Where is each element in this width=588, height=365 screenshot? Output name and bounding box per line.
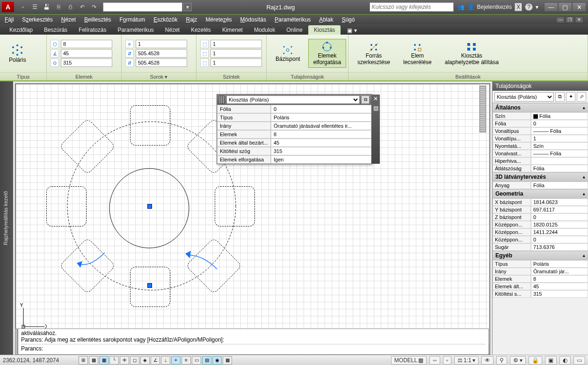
prop-value[interactable]: 713.6376 [531,243,588,251]
prop-value[interactable]: Óramutató jár... [531,268,588,275]
infocenter-icon[interactable]: 👥 [457,4,465,10]
levels-b-input[interactable] [211,58,262,67]
qprops-close-icon[interactable]: ✕ [373,95,378,102]
tab-output[interactable]: Kimenet [217,25,248,35]
quickview-drawings-icon[interactable]: ▫ [443,356,451,365]
prop-value[interactable]: 0 [531,120,588,127]
drag-handle-icon[interactable] [219,95,225,104]
ortho-toggle[interactable]: └ [109,356,119,365]
tab-home[interactable]: Kezdőlap [4,25,38,35]
tab-insert[interactable]: Beszúrás [38,25,73,35]
levels-a-input[interactable] [211,49,262,58]
prop-value[interactable]: Fólia [531,112,588,120]
rows-d2-input[interactable] [136,58,187,67]
qat-saveas-icon[interactable]: ⎘ [53,2,64,12]
collapse-icon[interactable]: ▴ [583,105,585,110]
user-icon[interactable]: 👤 [467,4,474,10]
array-type-button[interactable]: Poláris [4,41,31,66]
exchange-icon[interactable]: X [515,3,522,11]
tab-online[interactable]: Online [281,25,308,35]
menu-file[interactable]: Fájl [5,16,14,23]
menu-insert[interactable]: Beillesztés [84,16,111,23]
qat-undo-icon[interactable]: ↶ [77,2,87,12]
prop-value[interactable]: 0 [531,236,588,243]
quickselect-icon[interactable]: ⧉ [555,92,565,102]
help-icon[interactable]: ? [525,3,533,11]
tab-annotate[interactable]: Felíratozás [73,25,112,35]
tab-plugins[interactable]: Modulok [248,25,281,35]
qat-open-icon[interactable]: ☰ [29,2,40,12]
qprops-selector[interactable]: Kiosztás (Poláris) [226,95,360,104]
items-count-input[interactable] [61,40,112,48]
tab-extra-icon[interactable]: ▣ ▾ [344,26,359,35]
workspace-selector[interactable]: ⚙ Rajzolás és feliratozás ▾ [103,2,182,12]
pickadd-icon[interactable]: ✦ [566,92,575,102]
tab-manage[interactable]: Kezelés [185,25,217,35]
replace-item-button[interactable]: Elem lecserélése [398,39,437,68]
qprop-value[interactable]: 45 [271,139,371,147]
prop-value[interactable]: 8 [531,275,588,283]
prop-value[interactable] [531,157,588,165]
edit-source-button[interactable]: Forrás szerkesztése [352,39,395,68]
levels-n-input[interactable] [211,40,262,48]
workspace-switch-icon[interactable]: ⚙ ▾ [510,356,526,365]
mdi-restore-icon[interactable]: ❐ [566,16,574,23]
osnap-toggle[interactable]: ◻ [130,356,139,365]
prop-value[interactable]: 1814.0623 [531,198,588,206]
collapse-icon[interactable]: ▴ [583,175,585,179]
rotate-items-button[interactable]: Elemek elforgatása [308,39,346,68]
maximize-button[interactable]: ▢ [558,2,572,12]
am-toggle[interactable]: ▦ [223,356,232,365]
tpy-toggle[interactable]: ▭ [192,356,201,365]
selectobj-icon[interactable]: ⬀ [577,92,586,102]
mdi-close-icon[interactable]: ✕ [575,16,583,23]
prop-value[interactable]: 315 [531,290,588,298]
snap-toggle[interactable]: ▦ [89,356,98,365]
annoautoscale-icon[interactable]: ⚲ [496,356,507,365]
collapse-icon[interactable]: ▴ [583,191,585,196]
annovisibility-icon[interactable]: 👁 [481,356,494,365]
qat-redo-icon[interactable]: ↷ [89,2,99,12]
tab-view[interactable]: Nézet [160,25,185,35]
radius-grip[interactable] [147,283,152,288]
menu-tools[interactable]: Eszközök [153,16,177,23]
mdi-min-icon[interactable]: — [556,16,565,23]
rows-d1-input[interactable] [136,49,187,58]
3dosnap-toggle[interactable]: ◈ [140,356,150,365]
qprops-options-icon[interactable]: ⧉ [361,95,370,104]
prop-value[interactable]: 1820.0125 [531,221,588,228]
menu-dim[interactable]: Méretezés [206,16,232,23]
prop-value[interactable]: Szín [531,142,588,150]
hardware-accel-icon[interactable]: ▣ [545,356,557,365]
menu-draw[interactable]: Rajz [186,16,197,23]
infer-toggle[interactable]: ⊞ [79,356,88,365]
ducs-toggle[interactable]: ⟂ [161,356,170,365]
toolbar-lock-icon[interactable]: 🔒 [529,356,542,365]
search-input[interactable] [370,2,454,12]
dyn-toggle[interactable]: + [171,356,181,365]
tab-parametric[interactable]: Paraméterikus [112,25,159,35]
prop-value[interactable]: Poláris [531,260,588,268]
reset-array-button[interactable]: Kiosztás alaphelyzetbe állítása [440,39,504,68]
menu-help[interactable]: Súgó [341,16,355,23]
prop-value[interactable]: 45 [531,283,588,290]
prop-value[interactable]: 1 [531,135,588,142]
items-angle-input[interactable] [61,49,112,58]
polar-toggle[interactable]: ✛ [120,356,129,365]
grid-toggle[interactable]: ▦ [99,356,109,365]
prop-value[interactable]: ——— Fólia [531,150,588,157]
menu-modify[interactable]: Módosítás [240,16,266,23]
qprop-value[interactable]: Poláris [271,113,371,122]
model-space-button[interactable]: MODELL ▦ [391,356,427,365]
chevron-down-icon[interactable]: ▾ [536,4,538,10]
qprop-value[interactable]: 8 [271,130,371,139]
minimize-button[interactable]: — [544,2,558,12]
object-selector[interactable]: Kiosztás (Poláris) [494,92,554,102]
qprop-value[interactable]: 0 [271,105,371,113]
sc-toggle[interactable]: ◉ [212,356,222,365]
qat-save-icon[interactable]: 💾 [42,2,52,12]
menu-format[interactable]: Formátum [119,16,145,23]
prop-value[interactable]: 0 [531,213,588,221]
prop-value[interactable]: 697.6117 [531,206,588,213]
menu-view[interactable]: Nézet [61,16,76,23]
